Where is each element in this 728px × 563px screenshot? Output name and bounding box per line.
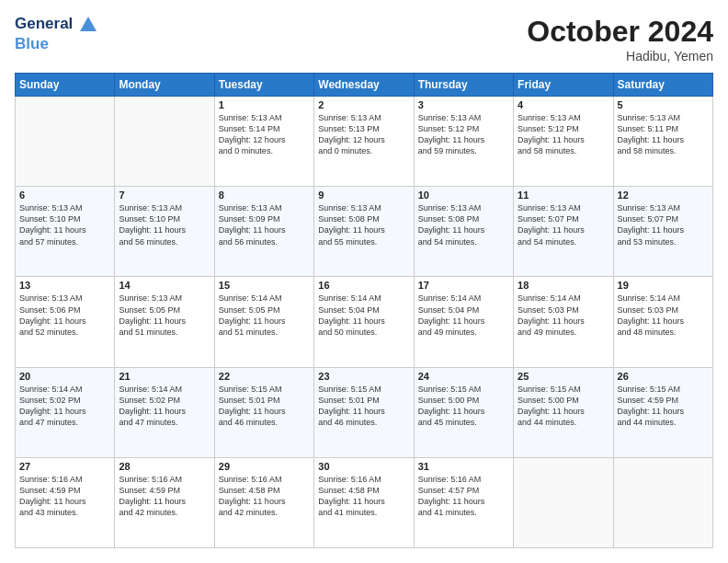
calendar-cell-3-2: 14Sunrise: 5:13 AM Sunset: 5:05 PM Dayli…	[115, 277, 214, 367]
calendar-cell-3-4: 16Sunrise: 5:14 AM Sunset: 5:04 PM Dayli…	[314, 277, 414, 367]
calendar-header-row: SundayMondayTuesdayWednesdayThursdayFrid…	[16, 74, 713, 97]
calendar-cell-3-7: 19Sunrise: 5:14 AM Sunset: 5:03 PM Dayli…	[613, 277, 712, 367]
cell-content: Sunrise: 5:14 AM Sunset: 5:02 PM Dayligh…	[119, 384, 210, 429]
calendar-header-wednesday: Wednesday	[314, 74, 414, 97]
cell-content: Sunrise: 5:14 AM Sunset: 5:02 PM Dayligh…	[19, 384, 110, 429]
header: General Blue October 2024 Hadibu, Yemen	[15, 15, 713, 63]
calendar-cell-4-2: 21Sunrise: 5:14 AM Sunset: 5:02 PM Dayli…	[115, 367, 214, 457]
calendar-week-3: 13Sunrise: 5:13 AM Sunset: 5:06 PM Dayli…	[16, 277, 713, 367]
cell-content: Sunrise: 5:13 AM Sunset: 5:13 PM Dayligh…	[318, 112, 409, 157]
calendar-cell-3-5: 17Sunrise: 5:14 AM Sunset: 5:04 PM Dayli…	[414, 277, 513, 367]
cell-content: Sunrise: 5:14 AM Sunset: 5:03 PM Dayligh…	[618, 293, 709, 338]
calendar-cell-2-4: 9Sunrise: 5:13 AM Sunset: 5:08 PM Daylig…	[314, 187, 414, 277]
calendar-cell-2-3: 8Sunrise: 5:13 AM Sunset: 5:09 PM Daylig…	[214, 187, 313, 277]
svg-marker-0	[80, 17, 97, 31]
day-number: 3	[418, 99, 509, 110]
calendar-header-friday: Friday	[514, 74, 613, 97]
day-number: 27	[19, 461, 110, 472]
calendar-cell-2-6: 11Sunrise: 5:13 AM Sunset: 5:07 PM Dayli…	[514, 187, 613, 277]
logo-icon	[78, 15, 98, 35]
day-number: 16	[318, 280, 409, 291]
calendar-cell-1-2	[115, 97, 214, 187]
logo-line2: Blue	[15, 35, 98, 53]
calendar-cell-5-3: 29Sunrise: 5:16 AM Sunset: 4:58 PM Dayli…	[214, 457, 313, 547]
title-block: October 2024 Hadibu, Yemen	[527, 15, 713, 63]
day-number: 31	[418, 461, 509, 472]
cell-content: Sunrise: 5:14 AM Sunset: 5:05 PM Dayligh…	[219, 293, 310, 338]
day-number: 17	[418, 280, 509, 291]
day-number: 11	[518, 190, 609, 201]
calendar-header-monday: Monday	[115, 74, 214, 97]
cell-content: Sunrise: 5:13 AM Sunset: 5:11 PM Dayligh…	[618, 112, 709, 157]
calendar-cell-2-1: 6Sunrise: 5:13 AM Sunset: 5:10 PM Daylig…	[16, 187, 115, 277]
page: General Blue October 2024 Hadibu, Yemen …	[0, 0, 728, 563]
cell-content: Sunrise: 5:13 AM Sunset: 5:08 PM Dayligh…	[418, 202, 509, 247]
day-number: 26	[618, 371, 709, 382]
calendar-cell-4-5: 24Sunrise: 5:15 AM Sunset: 5:00 PM Dayli…	[414, 367, 513, 457]
day-number: 5	[618, 99, 709, 110]
cell-content: Sunrise: 5:13 AM Sunset: 5:09 PM Dayligh…	[219, 202, 310, 247]
location: Hadibu, Yemen	[527, 49, 713, 63]
calendar-cell-4-4: 23Sunrise: 5:15 AM Sunset: 5:01 PM Dayli…	[314, 367, 414, 457]
cell-content: Sunrise: 5:15 AM Sunset: 5:01 PM Dayligh…	[318, 384, 409, 429]
calendar-cell-5-1: 27Sunrise: 5:16 AM Sunset: 4:59 PM Dayli…	[16, 457, 115, 547]
cell-content: Sunrise: 5:13 AM Sunset: 5:10 PM Dayligh…	[119, 202, 210, 247]
cell-content: Sunrise: 5:16 AM Sunset: 4:59 PM Dayligh…	[19, 474, 110, 519]
cell-content: Sunrise: 5:13 AM Sunset: 5:10 PM Dayligh…	[19, 202, 110, 247]
calendar-cell-5-4: 30Sunrise: 5:16 AM Sunset: 4:58 PM Dayli…	[314, 457, 414, 547]
day-number: 6	[19, 190, 110, 201]
calendar-table: SundayMondayTuesdayWednesdayThursdayFrid…	[15, 73, 713, 548]
calendar-cell-1-6: 4Sunrise: 5:13 AM Sunset: 5:12 PM Daylig…	[514, 97, 613, 187]
calendar-cell-2-2: 7Sunrise: 5:13 AM Sunset: 5:10 PM Daylig…	[115, 187, 214, 277]
cell-content: Sunrise: 5:14 AM Sunset: 5:04 PM Dayligh…	[318, 293, 409, 338]
calendar-cell-1-7: 5Sunrise: 5:13 AM Sunset: 5:11 PM Daylig…	[613, 97, 712, 187]
calendar-cell-4-1: 20Sunrise: 5:14 AM Sunset: 5:02 PM Dayli…	[16, 367, 115, 457]
calendar-cell-5-7	[613, 457, 712, 547]
cell-content: Sunrise: 5:15 AM Sunset: 5:00 PM Dayligh…	[418, 384, 509, 429]
calendar-week-1: 1Sunrise: 5:13 AM Sunset: 5:14 PM Daylig…	[16, 97, 713, 187]
day-number: 23	[318, 371, 409, 382]
cell-content: Sunrise: 5:16 AM Sunset: 4:59 PM Dayligh…	[119, 474, 210, 519]
day-number: 2	[318, 99, 409, 110]
cell-content: Sunrise: 5:15 AM Sunset: 5:00 PM Dayligh…	[518, 384, 609, 429]
calendar-cell-1-5: 3Sunrise: 5:13 AM Sunset: 5:12 PM Daylig…	[414, 97, 513, 187]
day-number: 20	[19, 371, 110, 382]
cell-content: Sunrise: 5:13 AM Sunset: 5:07 PM Dayligh…	[518, 202, 609, 247]
day-number: 8	[219, 190, 310, 201]
day-number: 7	[119, 190, 210, 201]
calendar-cell-1-3: 1Sunrise: 5:13 AM Sunset: 5:14 PM Daylig…	[214, 97, 313, 187]
logo: General Blue	[15, 15, 98, 53]
cell-content: Sunrise: 5:13 AM Sunset: 5:08 PM Dayligh…	[318, 202, 409, 247]
calendar-header-tuesday: Tuesday	[214, 74, 313, 97]
day-number: 12	[618, 190, 709, 201]
day-number: 10	[418, 190, 509, 201]
calendar-header-sunday: Sunday	[16, 74, 115, 97]
calendar-cell-4-3: 22Sunrise: 5:15 AM Sunset: 5:01 PM Dayli…	[214, 367, 313, 457]
day-number: 28	[119, 461, 210, 472]
day-number: 19	[618, 280, 709, 291]
day-number: 25	[518, 371, 609, 382]
calendar-week-5: 27Sunrise: 5:16 AM Sunset: 4:59 PM Dayli…	[16, 457, 713, 547]
day-number: 14	[119, 280, 210, 291]
cell-content: Sunrise: 5:15 AM Sunset: 4:59 PM Dayligh…	[618, 384, 709, 429]
day-number: 30	[318, 461, 409, 472]
day-number: 22	[219, 371, 310, 382]
cell-content: Sunrise: 5:13 AM Sunset: 5:05 PM Dayligh…	[119, 293, 210, 338]
day-number: 9	[318, 190, 409, 201]
calendar-week-4: 20Sunrise: 5:14 AM Sunset: 5:02 PM Dayli…	[16, 367, 713, 457]
calendar-cell-3-6: 18Sunrise: 5:14 AM Sunset: 5:03 PM Dayli…	[514, 277, 613, 367]
calendar-cell-2-7: 12Sunrise: 5:13 AM Sunset: 5:07 PM Dayli…	[613, 187, 712, 277]
day-number: 4	[518, 99, 609, 110]
calendar-cell-3-3: 15Sunrise: 5:14 AM Sunset: 5:05 PM Dayli…	[214, 277, 313, 367]
calendar-cell-4-6: 25Sunrise: 5:15 AM Sunset: 5:00 PM Dayli…	[514, 367, 613, 457]
cell-content: Sunrise: 5:16 AM Sunset: 4:57 PM Dayligh…	[418, 474, 509, 519]
day-number: 13	[19, 280, 110, 291]
month-title: October 2024	[527, 15, 713, 49]
calendar-cell-5-5: 31Sunrise: 5:16 AM Sunset: 4:57 PM Dayli…	[414, 457, 513, 547]
calendar-week-2: 6Sunrise: 5:13 AM Sunset: 5:10 PM Daylig…	[16, 187, 713, 277]
calendar-cell-5-2: 28Sunrise: 5:16 AM Sunset: 4:59 PM Dayli…	[115, 457, 214, 547]
day-number: 1	[219, 99, 310, 110]
calendar-cell-1-4: 2Sunrise: 5:13 AM Sunset: 5:13 PM Daylig…	[314, 97, 414, 187]
calendar-header-thursday: Thursday	[414, 74, 513, 97]
calendar-header-saturday: Saturday	[613, 74, 712, 97]
